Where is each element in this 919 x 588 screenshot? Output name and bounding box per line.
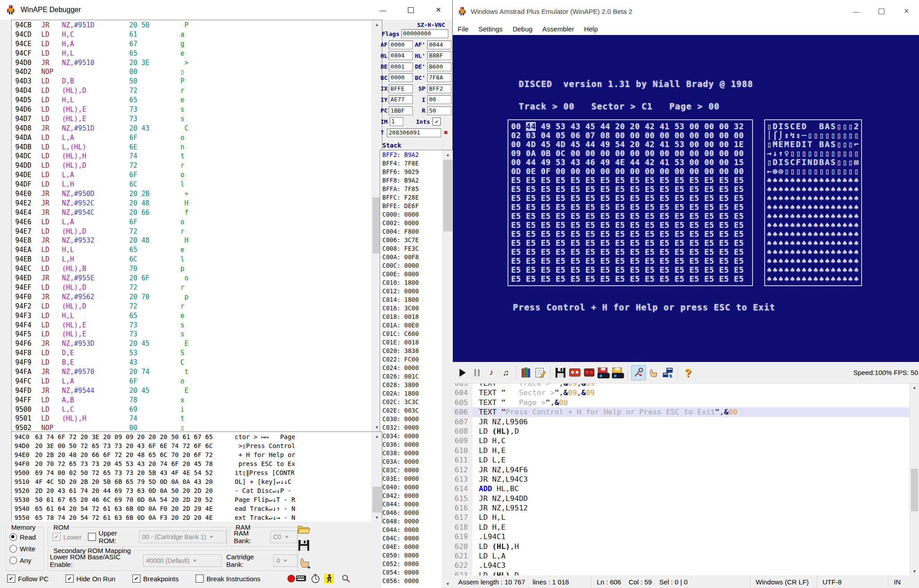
editor-line[interactable]: 623LD (HL),D: [453, 571, 919, 575]
disasm-row[interactable]: 94DELDL,A6Fo: [12, 170, 372, 180]
menu-debug[interactable]: Debug: [508, 22, 537, 35]
disasm-row[interactable]: 94D3LDD,B50P: [12, 77, 372, 86]
drive-b-icon[interactable]: [611, 366, 625, 380]
register-value[interactable]: 0000: [389, 40, 413, 49]
disasm-row[interactable]: 94DDLD(HL),D72r: [12, 161, 372, 170]
editor-line[interactable]: 620LD (HL),H: [453, 542, 919, 551]
disasm-row[interactable]: 94F9LDB,E43C: [12, 358, 372, 367]
menu-file[interactable]: File: [453, 22, 473, 35]
disasm-row[interactable]: 94DCLD(HL),H74t: [12, 152, 372, 161]
stack-item[interactable]: BFFE: DE6F: [380, 202, 442, 210]
status-encoding[interactable]: UTF-8: [817, 575, 888, 588]
stack-item[interactable]: C044: 0000: [380, 500, 442, 509]
stack-item[interactable]: C004: F800: [380, 227, 442, 236]
stack-item[interactable]: C022: FC00: [380, 355, 442, 364]
stack-item[interactable]: C03A: 0000: [380, 457, 442, 466]
disasm-row[interactable]: 94CELDH,A67g: [12, 39, 372, 49]
memdump-row[interactable]: 94E020 2B 20 48 20 66 6F 72 20 48 65 6C …: [12, 450, 372, 459]
disasm-row[interactable]: 94D0JRNZ,#951020 3E >: [12, 58, 372, 68]
emulator-maximize-button[interactable]: [869, 0, 894, 22]
memdump-row[interactable]: 954065 61 64 20 54 72 61 63 6B 0D 0A F0 …: [12, 504, 372, 513]
keyboard-icon[interactable]: [296, 574, 306, 584]
stack-item[interactable]: C02C: 3C3C: [380, 398, 442, 406]
register-value[interactable]: 0804: [389, 51, 413, 60]
disasm-row[interactable]: 94D8JRNZ,#951D20 43 C: [12, 124, 372, 133]
editor-line[interactable]: 611LD L,E: [453, 455, 919, 465]
stack-item[interactable]: C040: 0000: [380, 483, 442, 492]
register-value[interactable]: 0001: [389, 62, 413, 71]
register-value[interactable]: 1BBF: [389, 106, 413, 115]
stack-item[interactable]: C016: 3C00: [380, 304, 442, 313]
menu-settings[interactable]: Settings: [473, 22, 508, 35]
stack-item[interactable]: BFF8: B9A2: [380, 176, 442, 185]
memdump-row[interactable]: 94D020 3E 00 50 72 65 73 73 20 43 6F 6E …: [12, 441, 372, 450]
stack-item[interactable]: C02E: 003C: [380, 406, 442, 415]
stack-item[interactable]: C032: 0000: [380, 423, 442, 432]
disasm-row[interactable]: 94CDLDH,C61a: [12, 30, 372, 39]
editor-line[interactable]: 609LD H,C: [453, 436, 919, 445]
editor-line[interactable]: 613JR NZ,L94C3: [453, 475, 919, 484]
editor-line[interactable]: 621LD L,A: [453, 551, 919, 561]
t-states-value[interactable]: 208306091: [387, 128, 441, 137]
stack-item[interactable]: BFF2: B9A2: [380, 151, 442, 159]
memory-radio-write[interactable]: Write: [9, 543, 44, 554]
stack-item[interactable]: C00E: 0000: [380, 270, 442, 279]
edit-notepad-icon[interactable]: [534, 366, 547, 380]
memdump-row[interactable]: 94C063 74 6F 72 20 3E 20 09 09 20 20 20 …: [12, 432, 372, 441]
editor-line[interactable]: 615JR NZ,L94DD: [453, 494, 919, 503]
register-value[interactable]: AE77: [389, 95, 413, 104]
disasm-row[interactable]: 94FFLDA,B78x: [12, 396, 372, 405]
stack-item[interactable]: C014: 1800: [380, 296, 442, 304]
disasm-row[interactable]: 94DALDL,A6Fo: [12, 133, 372, 143]
scroll-down-icon[interactable]: ▼: [443, 579, 453, 588]
upper-rom-checkbox[interactable]: [88, 533, 96, 541]
scroll-up-icon[interactable]: ▲: [372, 432, 382, 441]
memory-radio-read[interactable]: Read: [9, 531, 44, 543]
stack-item[interactable]: C054: 0000: [380, 568, 442, 577]
stack-item[interactable]: C052: 0000: [380, 560, 442, 568]
disasm-row[interactable]: 94E4JRNZ,#954C20 66 f: [12, 208, 372, 218]
runner-icon[interactable]: [324, 574, 334, 584]
register-value[interactable]: 0000: [389, 73, 413, 82]
disasm-row[interactable]: 94F6JRNZ,#953D20 45 E: [12, 339, 372, 348]
flags-value[interactable]: 00000000: [401, 29, 448, 38]
record-icon[interactable]: [286, 574, 296, 584]
stack-item[interactable]: BFF4: 7F8E: [380, 159, 442, 168]
scroll-down-icon[interactable]: ▼: [910, 567, 919, 575]
memory-scrollbar[interactable]: ▲ ▼: [372, 432, 382, 522]
stack-item[interactable]: C008: FE3C: [380, 244, 442, 253]
stack-item[interactable]: C056: 0000: [380, 577, 442, 585]
editor-line[interactable]: 607JR NZ,L9506: [453, 417, 919, 427]
pause-icon[interactable]: [470, 366, 484, 380]
save-disk-icon[interactable]: [554, 366, 567, 380]
disasm-row[interactable]: 94D7LD(HL),E73s: [12, 114, 372, 124]
stack-item[interactable]: C030: 0000: [380, 415, 442, 423]
toggle-hide-on-run[interactable]: ✔Hide On Run: [66, 575, 115, 583]
stack-item[interactable]: C04A: 0000: [380, 526, 442, 534]
stack-item[interactable]: C020: 3838: [380, 347, 442, 355]
stack-scrollbar[interactable]: ▲ ▼: [442, 150, 453, 588]
timer-icon[interactable]: [311, 574, 320, 584]
toggle-follow-pc[interactable]: ✔Follow PC: [7, 575, 48, 583]
search-icon[interactable]: [341, 574, 351, 584]
cartridge-bank-dropdown[interactable]: 0: [273, 554, 298, 567]
help-icon[interactable]: ?: [681, 366, 695, 380]
disasm-row[interactable]: 94FAJRNZ,#957020 74 t: [12, 367, 372, 377]
stack-item[interactable]: C006: 3C7E: [380, 236, 442, 244]
disasm-row[interactable]: 94F5LD(HL),E73s: [12, 330, 372, 339]
stack-item[interactable]: C048: 0000: [380, 517, 442, 526]
rom-bank-dropdown[interactable]: 00 - (Cartridge Bank 1): [139, 531, 227, 543]
disasm-row[interactable]: 94ECLD(HL),B70p: [12, 264, 372, 274]
stack-item[interactable]: BFFA: 7F85: [380, 185, 442, 193]
disasm-row[interactable]: 94FCLDL,A6Fo: [12, 377, 372, 386]
disasm-row[interactable]: 94CBJRNZ,#951D20 50 P: [12, 21, 372, 30]
register-value[interactable]: B8BF: [427, 51, 451, 60]
editor-line[interactable]: 604TEXT " Sector >",&09,&09: [453, 388, 919, 397]
debugger-close-button[interactable]: ✕: [424, 0, 452, 20]
stack-item[interactable]: C03E: 0000: [380, 475, 442, 483]
register-value[interactable]: 7F8A: [427, 73, 451, 82]
debugger-tool-icon[interactable]: [631, 365, 646, 380]
editor-line[interactable]: 608LD (HL),D: [453, 427, 919, 436]
stack-item[interactable]: C010: 1800: [380, 279, 442, 287]
editor-line[interactable]: 614ADD HL,BC: [453, 484, 919, 493]
